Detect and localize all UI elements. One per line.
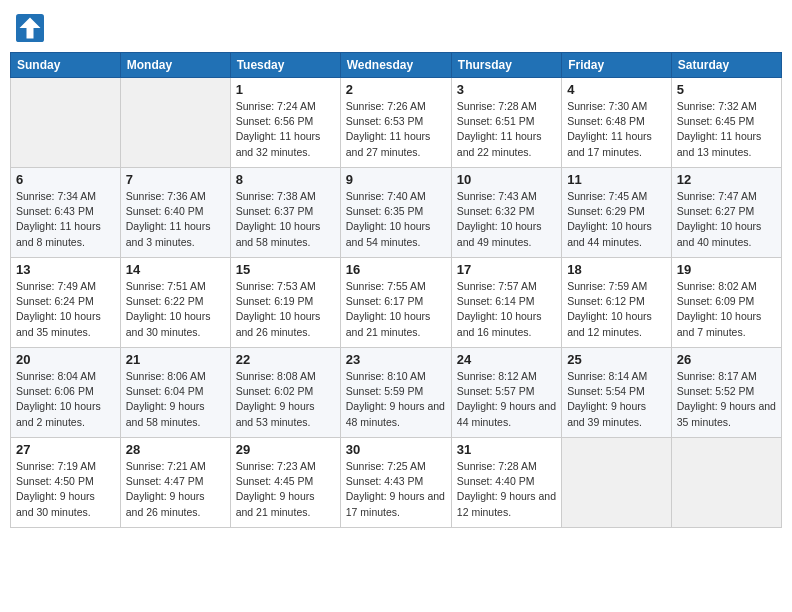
day-number: 23 [346,352,446,367]
day-info: Sunrise: 7:30 AMSunset: 6:48 PMDaylight:… [567,99,666,160]
day-info: Sunrise: 7:21 AMSunset: 4:47 PMDaylight:… [126,459,225,520]
calendar-cell: 26Sunrise: 8:17 AMSunset: 5:52 PMDayligh… [671,348,781,438]
calendar-cell: 1Sunrise: 7:24 AMSunset: 6:56 PMDaylight… [230,78,340,168]
dow-wednesday: Wednesday [340,53,451,78]
day-number: 14 [126,262,225,277]
calendar-cell: 17Sunrise: 7:57 AMSunset: 6:14 PMDayligh… [451,258,561,348]
calendar-cell: 14Sunrise: 7:51 AMSunset: 6:22 PMDayligh… [120,258,230,348]
day-info: Sunrise: 7:34 AMSunset: 6:43 PMDaylight:… [16,189,115,250]
day-info: Sunrise: 7:28 AMSunset: 4:40 PMDaylight:… [457,459,556,520]
calendar-week-2: 6Sunrise: 7:34 AMSunset: 6:43 PMDaylight… [11,168,782,258]
day-number: 20 [16,352,115,367]
day-number: 18 [567,262,666,277]
calendar-table: SundayMondayTuesdayWednesdayThursdayFrid… [10,52,782,528]
calendar-cell: 21Sunrise: 8:06 AMSunset: 6:04 PMDayligh… [120,348,230,438]
day-info: Sunrise: 7:53 AMSunset: 6:19 PMDaylight:… [236,279,335,340]
day-info: Sunrise: 7:28 AMSunset: 6:51 PMDaylight:… [457,99,556,160]
calendar-cell: 3Sunrise: 7:28 AMSunset: 6:51 PMDaylight… [451,78,561,168]
day-info: Sunrise: 8:10 AMSunset: 5:59 PMDaylight:… [346,369,446,430]
day-info: Sunrise: 7:40 AMSunset: 6:35 PMDaylight:… [346,189,446,250]
calendar-cell: 2Sunrise: 7:26 AMSunset: 6:53 PMDaylight… [340,78,451,168]
day-number: 16 [346,262,446,277]
day-info: Sunrise: 7:25 AMSunset: 4:43 PMDaylight:… [346,459,446,520]
day-number: 30 [346,442,446,457]
day-number: 8 [236,172,335,187]
day-number: 27 [16,442,115,457]
day-info: Sunrise: 8:08 AMSunset: 6:02 PMDaylight:… [236,369,335,430]
day-info: Sunrise: 7:57 AMSunset: 6:14 PMDaylight:… [457,279,556,340]
day-number: 12 [677,172,776,187]
calendar-cell: 8Sunrise: 7:38 AMSunset: 6:37 PMDaylight… [230,168,340,258]
day-number: 7 [126,172,225,187]
day-number: 22 [236,352,335,367]
calendar-week-1: 1Sunrise: 7:24 AMSunset: 6:56 PMDaylight… [11,78,782,168]
calendar-cell: 10Sunrise: 7:43 AMSunset: 6:32 PMDayligh… [451,168,561,258]
logo [16,14,48,42]
calendar-cell: 25Sunrise: 8:14 AMSunset: 5:54 PMDayligh… [562,348,672,438]
day-number: 31 [457,442,556,457]
day-info: Sunrise: 7:45 AMSunset: 6:29 PMDaylight:… [567,189,666,250]
day-info: Sunrise: 7:32 AMSunset: 6:45 PMDaylight:… [677,99,776,160]
calendar-cell: 12Sunrise: 7:47 AMSunset: 6:27 PMDayligh… [671,168,781,258]
logo-icon [16,14,44,42]
page-header [10,10,782,46]
day-info: Sunrise: 8:14 AMSunset: 5:54 PMDaylight:… [567,369,666,430]
calendar-cell: 31Sunrise: 7:28 AMSunset: 4:40 PMDayligh… [451,438,561,528]
day-info: Sunrise: 7:23 AMSunset: 4:45 PMDaylight:… [236,459,335,520]
day-info: Sunrise: 7:51 AMSunset: 6:22 PMDaylight:… [126,279,225,340]
day-number: 19 [677,262,776,277]
day-info: Sunrise: 7:24 AMSunset: 6:56 PMDaylight:… [236,99,335,160]
calendar-cell: 20Sunrise: 8:04 AMSunset: 6:06 PMDayligh… [11,348,121,438]
calendar-cell: 30Sunrise: 7:25 AMSunset: 4:43 PMDayligh… [340,438,451,528]
calendar-cell: 5Sunrise: 7:32 AMSunset: 6:45 PMDaylight… [671,78,781,168]
dow-thursday: Thursday [451,53,561,78]
calendar-cell: 16Sunrise: 7:55 AMSunset: 6:17 PMDayligh… [340,258,451,348]
day-number: 10 [457,172,556,187]
dow-sunday: Sunday [11,53,121,78]
day-number: 3 [457,82,556,97]
calendar-cell [11,78,121,168]
calendar-cell [562,438,672,528]
day-info: Sunrise: 8:06 AMSunset: 6:04 PMDaylight:… [126,369,225,430]
calendar-week-3: 13Sunrise: 7:49 AMSunset: 6:24 PMDayligh… [11,258,782,348]
day-number: 5 [677,82,776,97]
calendar-cell: 27Sunrise: 7:19 AMSunset: 4:50 PMDayligh… [11,438,121,528]
dow-friday: Friday [562,53,672,78]
day-info: Sunrise: 7:26 AMSunset: 6:53 PMDaylight:… [346,99,446,160]
calendar-cell: 13Sunrise: 7:49 AMSunset: 6:24 PMDayligh… [11,258,121,348]
day-number: 15 [236,262,335,277]
dow-saturday: Saturday [671,53,781,78]
day-info: Sunrise: 8:12 AMSunset: 5:57 PMDaylight:… [457,369,556,430]
calendar-cell [120,78,230,168]
calendar-cell: 4Sunrise: 7:30 AMSunset: 6:48 PMDaylight… [562,78,672,168]
day-number: 13 [16,262,115,277]
day-number: 29 [236,442,335,457]
day-info: Sunrise: 7:49 AMSunset: 6:24 PMDaylight:… [16,279,115,340]
calendar-week-4: 20Sunrise: 8:04 AMSunset: 6:06 PMDayligh… [11,348,782,438]
calendar-cell: 23Sunrise: 8:10 AMSunset: 5:59 PMDayligh… [340,348,451,438]
day-number: 4 [567,82,666,97]
calendar-cell: 9Sunrise: 7:40 AMSunset: 6:35 PMDaylight… [340,168,451,258]
day-info: Sunrise: 7:47 AMSunset: 6:27 PMDaylight:… [677,189,776,250]
calendar-cell [671,438,781,528]
day-info: Sunrise: 7:55 AMSunset: 6:17 PMDaylight:… [346,279,446,340]
calendar-cell: 18Sunrise: 7:59 AMSunset: 6:12 PMDayligh… [562,258,672,348]
calendar-week-5: 27Sunrise: 7:19 AMSunset: 4:50 PMDayligh… [11,438,782,528]
calendar-cell: 29Sunrise: 7:23 AMSunset: 4:45 PMDayligh… [230,438,340,528]
calendar-cell: 22Sunrise: 8:08 AMSunset: 6:02 PMDayligh… [230,348,340,438]
calendar-cell: 15Sunrise: 7:53 AMSunset: 6:19 PMDayligh… [230,258,340,348]
calendar-cell: 19Sunrise: 8:02 AMSunset: 6:09 PMDayligh… [671,258,781,348]
day-number: 11 [567,172,666,187]
day-number: 21 [126,352,225,367]
day-info: Sunrise: 8:02 AMSunset: 6:09 PMDaylight:… [677,279,776,340]
calendar-body: 1Sunrise: 7:24 AMSunset: 6:56 PMDaylight… [11,78,782,528]
day-number: 9 [346,172,446,187]
day-number: 6 [16,172,115,187]
day-info: Sunrise: 7:19 AMSunset: 4:50 PMDaylight:… [16,459,115,520]
dow-tuesday: Tuesday [230,53,340,78]
day-number: 28 [126,442,225,457]
calendar-cell: 11Sunrise: 7:45 AMSunset: 6:29 PMDayligh… [562,168,672,258]
dow-monday: Monday [120,53,230,78]
day-info: Sunrise: 7:36 AMSunset: 6:40 PMDaylight:… [126,189,225,250]
day-number: 1 [236,82,335,97]
